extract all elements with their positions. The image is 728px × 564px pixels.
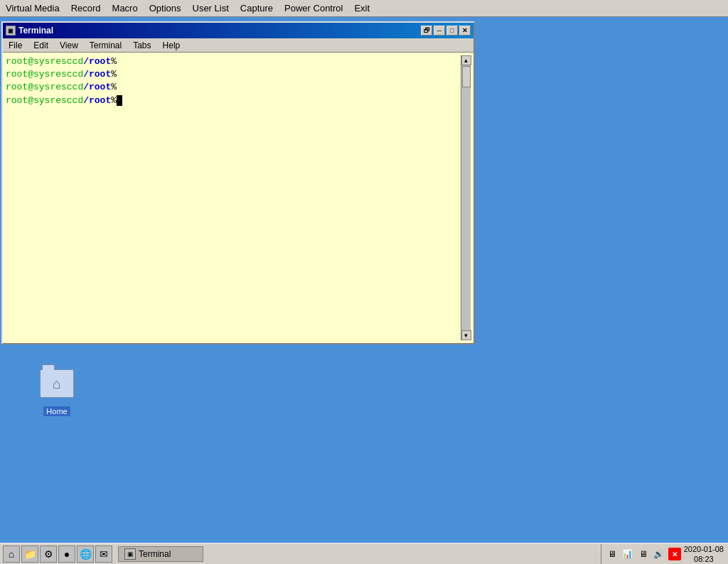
terminal-menu-edit[interactable]: Edit <box>28 39 54 52</box>
terminal-prompt-user-1: root@sysresccd <box>6 55 83 68</box>
menubar: Virtual Media Record Macro Options User … <box>0 0 728 17</box>
taskbar: ⌂ 📁 ⚙ ● 🌐 ✉ ▣ Terminal 🖥 📊 🖥 🔊 ✕ 2020-01… <box>0 543 728 564</box>
terminal-cursor <box>117 95 122 106</box>
scroll-down-button[interactable]: ▼ <box>461 330 471 340</box>
terminal-prompt-path-3: /root <box>83 81 111 94</box>
terminal-prompt-path-4: /root <box>83 94 111 107</box>
terminal-menu: File Edit View Terminal Tabs Help <box>3 38 473 53</box>
terminal-line-4: root@sysresccd /root % <box>6 94 461 107</box>
taskbar-icon-4[interactable]: ● <box>58 546 75 563</box>
home-desktop-icon[interactable]: ⌂ Home <box>32 369 82 416</box>
taskbar-left-icons: ⌂ 📁 ⚙ ● 🌐 ✉ <box>0 546 115 563</box>
terminal-prompt-path-1: /root <box>83 55 111 68</box>
terminal-content[interactable]: root@sysresccd /root % root@sysresccd /r… <box>3 53 473 343</box>
menu-power-control[interactable]: Power Control <box>279 1 348 15</box>
tray-icon-2[interactable]: 📊 <box>621 548 634 560</box>
terminal-line-1: root@sysresccd /root % <box>6 55 461 68</box>
taskbar-icon-3[interactable]: ⚙ <box>40 546 57 563</box>
terminal-prompt-symbol-3: % <box>111 81 117 94</box>
terminal-titlebar: ▣ Terminal 🗗 ─ □ ✕ <box>3 23 473 38</box>
terminal-prompt-path-2: /root <box>83 68 111 81</box>
taskbar-icon-6[interactable]: ✉ <box>95 546 112 563</box>
terminal-prompt-user-3: root@sysresccd <box>6 81 83 94</box>
task-terminal-label: Terminal <box>139 549 171 559</box>
menu-record[interactable]: Record <box>65 1 107 15</box>
menu-exit[interactable]: Exit <box>348 1 375 15</box>
system-clock: 2020-01-08 08:23 <box>684 544 724 564</box>
scroll-up-button[interactable]: ▲ <box>461 55 471 65</box>
taskbar-icon-5[interactable]: 🌐 <box>77 546 94 563</box>
terminal-titlebar-left: ▣ Terminal <box>6 26 53 36</box>
terminal-prompt-symbol-4: % <box>111 94 117 107</box>
terminal-minimize-button[interactable]: ─ <box>434 26 445 36</box>
clock-date: 2020-01-08 <box>684 544 724 554</box>
terminal-line-2: root@sysresccd /root % <box>6 68 461 81</box>
terminal-prompt-user-2: root@sysresccd <box>6 68 83 81</box>
tray-icon-3[interactable]: 🖥 <box>637 548 650 560</box>
terminal-menu-tabs[interactable]: Tabs <box>127 39 156 52</box>
folder-shape: ⌂ <box>40 369 74 398</box>
taskbar-tray: 🖥 📊 🖥 🔊 ✕ 2020-01-08 08:23 <box>601 544 728 564</box>
menu-user-list[interactable]: User List <box>187 1 235 15</box>
house-icon: ⌂ <box>53 376 61 392</box>
terminal-menu-help[interactable]: Help <box>157 39 186 52</box>
terminal-prompt-symbol-1: % <box>111 55 117 68</box>
folder-tab <box>42 364 55 370</box>
clock-time: 08:23 <box>684 554 724 564</box>
menu-capture[interactable]: Capture <box>235 1 279 15</box>
terminal-menu-terminal[interactable]: Terminal <box>84 39 127 52</box>
menu-macro[interactable]: Macro <box>107 1 144 15</box>
terminal-close-button[interactable]: ✕ <box>459 26 471 36</box>
taskbar-tasks: ▣ Terminal <box>115 546 601 562</box>
task-terminal-icon: ▣ <box>124 548 136 560</box>
menu-virtual-media[interactable]: Virtual Media <box>0 1 65 15</box>
terminal-text-area[interactable]: root@sysresccd /root % root@sysresccd /r… <box>6 55 461 340</box>
home-folder-icon: ⌂ <box>40 369 74 403</box>
menu-options[interactable]: Options <box>144 1 187 15</box>
terminal-window: ▣ Terminal 🗗 ─ □ ✕ File Edit View Termin… <box>1 21 475 345</box>
tray-red-icon[interactable]: ✕ <box>668 548 681 560</box>
terminal-menu-file[interactable]: File <box>3 39 28 52</box>
terminal-prompt-symbol-2: % <box>111 68 117 81</box>
scroll-thumb[interactable] <box>462 66 471 87</box>
taskbar-task-terminal[interactable]: ▣ Terminal <box>118 546 203 562</box>
terminal-window-icon: ▣ <box>6 26 16 36</box>
terminal-prompt-user-4: root@sysresccd <box>6 94 83 107</box>
home-icon-label: Home <box>43 406 70 416</box>
terminal-menu-view[interactable]: View <box>54 39 84 52</box>
terminal-window-buttons: 🗗 ─ □ ✕ <box>421 26 471 36</box>
taskbar-icon-2[interactable]: 📁 <box>21 546 38 563</box>
taskbar-icon-1[interactable]: ⌂ <box>3 546 20 563</box>
terminal-line-3: root@sysresccd /root % <box>6 81 461 94</box>
terminal-title: Terminal <box>18 26 53 36</box>
terminal-maximize-button[interactable]: □ <box>446 26 458 36</box>
tray-icon-1[interactable]: 🖥 <box>606 548 619 560</box>
tray-icon-4[interactable]: 🔊 <box>653 548 665 560</box>
scroll-track <box>461 65 471 330</box>
terminal-restore-button[interactable]: 🗗 <box>421 26 432 36</box>
terminal-scrollbar[interactable]: ▲ ▼ <box>461 55 471 340</box>
